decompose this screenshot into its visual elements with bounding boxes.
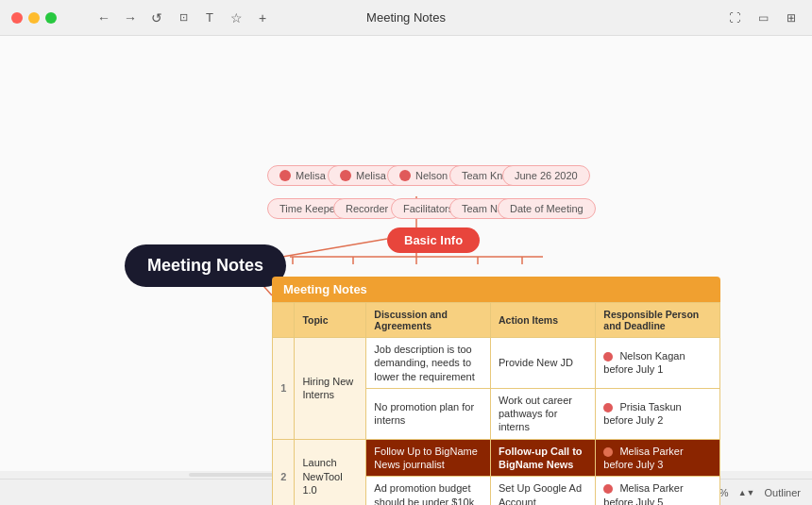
back-button[interactable]: ← [94, 8, 113, 27]
table-row: 1 Hiring New Interns Job description is … [273, 338, 720, 389]
person-dot [603, 352, 613, 362]
label-date-of-meeting[interactable]: Date of Meeting [498, 198, 596, 219]
action-1a: Provide New JD [490, 338, 595, 389]
discussion-2a: Follow Up to BigName News journalist [366, 439, 491, 477]
meeting-table-container: Meeting Notes Topic Discussion and Agree… [272, 277, 720, 505]
person-dot [603, 447, 613, 457]
topic-launch: Launch NewTool 1.0 [295, 439, 366, 505]
col-responsible: Responsible Person and Deadline [596, 303, 720, 338]
table-title: Meeting Notes [272, 277, 720, 302]
action-2b: Set Up Google Ad Account [490, 477, 595, 505]
row-num-2: 2 [273, 439, 295, 505]
responsible-1a: Nelson Kagan before July 1 [596, 338, 720, 389]
person-icon-2 [340, 170, 351, 181]
person-icon-1 [279, 170, 291, 181]
split-icon[interactable]: ⊞ [782, 8, 801, 27]
row-num-1: 1 [273, 338, 295, 440]
traffic-lights [11, 12, 57, 24]
col-discussion: Discussion and Agreements [366, 303, 491, 338]
discussion-2b: Ad promotion budget should be under $10k [366, 477, 491, 505]
titlebar: ← → ↺ ⊡ T ☆ + Meeting Notes ⛶ ▭ ⊞ [0, 0, 812, 36]
maximize-button[interactable] [45, 12, 57, 24]
table-row-highlight: 2 Launch NewTool 1.0 Follow Up to BigNam… [273, 439, 720, 477]
label-text-1: Time Keeper [279, 203, 339, 214]
person-dot [603, 484, 613, 494]
tag-label-5: June 26 2020 [515, 170, 578, 181]
root-node-label: Meeting Notes [147, 256, 263, 275]
col-action: Action Items [490, 303, 595, 338]
tab-icon[interactable]: ⊡ [174, 8, 193, 27]
display-icon[interactable]: ▭ [753, 8, 772, 27]
topic-hiring: Hiring New Interns [295, 338, 366, 440]
meeting-table: Topic Discussion and Agreements Action I… [272, 302, 720, 505]
minimize-button[interactable] [28, 12, 40, 24]
forward-button[interactable]: → [121, 8, 140, 27]
col-num [273, 303, 295, 338]
label-text-3: Facilitators [403, 203, 453, 214]
zoom-chevron-icon[interactable]: ▲▼ [738, 488, 755, 497]
basic-info-node[interactable]: Basic Info [387, 227, 480, 253]
canvas: Meeting Notes Basic Info Melisa Parker M… [0, 36, 812, 505]
fullscreen-icon[interactable]: ⛶ [725, 8, 744, 27]
discussion-1a: Job description is too demanding, needs … [366, 338, 491, 389]
responsible-2a: Melisa Parker before July 3 [596, 439, 720, 477]
window-controls-right: ⛶ ▭ ⊞ [725, 8, 801, 27]
text-icon[interactable]: T [200, 8, 219, 27]
replay-button[interactable]: ↺ [147, 8, 166, 27]
window-title: Meeting Notes [366, 10, 446, 25]
close-button[interactable] [11, 12, 23, 24]
responsible-2b: Melisa Parker before July 5 [596, 477, 720, 505]
more-button[interactable]: + [253, 8, 272, 27]
responsible-1b: Prisia Taskun before July 2 [596, 388, 720, 439]
bookmark-icon[interactable]: ☆ [227, 8, 245, 27]
tag-date[interactable]: June 26 2020 [502, 165, 590, 186]
col-topic: Topic [295, 303, 366, 338]
app-name: Outliner [764, 487, 801, 498]
label-text-5: Date of Meeting [510, 203, 584, 214]
label-text-2: Recorder [346, 203, 388, 214]
action-2a: Follow-up Call to BigName News [490, 439, 595, 477]
basic-info-label: Basic Info [404, 233, 463, 247]
root-node[interactable]: Meeting Notes [125, 244, 286, 287]
person-icon-3 [399, 170, 411, 181]
discussion-1b: No promotion plan for interns [366, 388, 491, 439]
person-dot [603, 403, 613, 412]
toolbar: ← → ↺ ⊡ T ☆ + [94, 8, 272, 27]
action-1b: Work out career pathways for interns [490, 388, 595, 439]
